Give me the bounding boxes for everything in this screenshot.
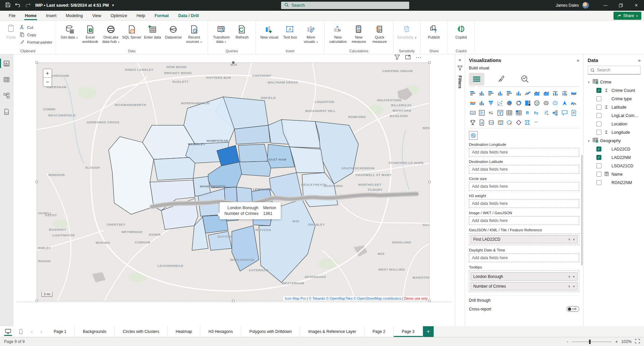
page-tab-heatmap[interactable]: Heatmap	[168, 326, 201, 337]
page-tab-images-reference-layer[interactable]: Images & Reference Layer	[300, 326, 365, 337]
visual-icon-new-card[interactable]: 123	[487, 119, 495, 126]
zoom-slider[interactable]	[572, 342, 612, 342]
document-title[interactable]: IMP • Last saved: 5/8/2024 at 4:51 PM▼	[35, 3, 114, 8]
model-view-button[interactable]	[0, 90, 13, 101]
pill-remove-icon[interactable]: ×	[573, 284, 575, 288]
visual-icon-key-influencers[interactable]	[542, 109, 550, 116]
zoom-in-button[interactable]: +	[615, 339, 618, 344]
visual-icon-multi-row-card[interactable]	[478, 109, 485, 116]
field-pill[interactable]: Number of Crimes∨×	[471, 282, 578, 290]
data-search-input[interactable]: Search	[588, 66, 641, 74]
pill-dropdown-icon[interactable]: ∨	[568, 275, 571, 278]
field-well-dropzone[interactable]: Add data fields here	[469, 216, 579, 225]
zoom-out-button[interactable]: −	[43, 78, 52, 86]
field-well-dropzone[interactable]: Add data fields here	[469, 148, 579, 157]
visual-icon-clustered-column-chart[interactable]	[496, 90, 504, 97]
visual-icon-stacked-bar-chart[interactable]	[469, 90, 476, 97]
visual-icon-ribbon-chart[interactable]	[570, 90, 578, 97]
visual-icon-100-stacked-bar-chart[interactable]	[506, 90, 513, 97]
data-field-location[interactable]: Location	[588, 120, 641, 128]
fit-to-page-icon[interactable]	[635, 339, 640, 344]
data-field-crime-type[interactable]: Crime type	[588, 95, 641, 103]
visual-icon-r-script-visual[interactable]: R	[524, 109, 531, 116]
page-tab-backgrounds[interactable]: Backgrounds	[75, 326, 115, 337]
attribution-segment[interactable]: © OpenMapTiles	[326, 296, 353, 300]
scrollbar[interactable]	[581, 155, 583, 266]
field-well-dropzone[interactable]: London Borough∨×Number of Crimes∨×	[469, 271, 579, 292]
focus-mode-icon[interactable]	[405, 55, 411, 61]
attribution-segment[interactable]: © Tekantis	[309, 296, 326, 300]
expand-filters-icon[interactable]: «	[459, 57, 461, 62]
onelake-data-hub-button[interactable]: OneLake data hub ∨	[101, 23, 121, 44]
close-button[interactable]: ✕	[629, 0, 644, 11]
menu-tab-insert[interactable]: Insert	[41, 11, 61, 21]
cross-report-toggle[interactable]: Off	[567, 306, 579, 312]
pill-remove-icon[interactable]: ×	[573, 275, 575, 279]
visual-icon-scatter-chart[interactable]	[496, 99, 504, 107]
visual-icon-waterfall-chart[interactable]	[469, 99, 476, 107]
cut-button[interactable]: Cut	[19, 24, 52, 31]
text-box-button[interactable]: AText box	[280, 23, 300, 40]
page-tab-circles-with-clusters[interactable]: Circles with Clusters	[115, 326, 168, 337]
filter-icon[interactable]	[394, 55, 400, 61]
visual-icon-decomposition-tree[interactable]	[552, 109, 559, 116]
menu-tab-data-drill[interactable]: Data / Drill	[173, 11, 204, 21]
field-checkbox[interactable]	[596, 96, 601, 101]
menu-tab-optimize[interactable]: Optimize	[106, 11, 132, 21]
data-field-lad22nm[interactable]: ✓LAD22NM	[588, 153, 641, 162]
menu-tab-help[interactable]: Help	[132, 11, 150, 21]
menu-tab-modeling[interactable]: Modeling	[61, 11, 88, 21]
data-field-lsoa21cd[interactable]: LSOA21CD	[588, 162, 641, 170]
publish-button[interactable]: Publish	[424, 23, 444, 40]
visual-icon-filled-map[interactable]	[542, 99, 550, 107]
field-checkbox[interactable]	[596, 130, 601, 135]
table-view-button[interactable]	[0, 74, 13, 85]
new-calculation-button[interactable]: fxNew calculation	[328, 23, 348, 44]
field-checkbox[interactable]	[596, 105, 601, 110]
menu-tab-view[interactable]: View	[88, 11, 106, 21]
visual-icon-treemap[interactable]	[524, 99, 531, 107]
avatar[interactable]	[582, 2, 589, 9]
map-visual[interactable]: HOW WOODKINGS LANGLEYBRICKET WOODCHESHAM…	[37, 62, 430, 301]
visual-icon-arcgis-map[interactable]	[506, 119, 513, 126]
field-well-dropzone[interactable]: First LAD22CD∨×	[469, 233, 579, 245]
restore-button[interactable]	[613, 0, 629, 11]
report-canvas[interactable]: ···	[13, 54, 455, 326]
visual-icon-map[interactable]	[533, 99, 541, 107]
field-checkbox[interactable]: ✓	[596, 88, 601, 93]
user-name[interactable]: James Dales	[556, 3, 579, 8]
data-field-latitude[interactable]: ΣLatitude	[588, 103, 641, 111]
visual-icon-line-clustered-column-chart[interactable]	[561, 90, 568, 97]
collapse-data-icon[interactable]: »	[638, 58, 641, 63]
copilot-button[interactable]: Copilot	[451, 23, 471, 40]
page-tab-h3-hexagons[interactable]: H3 Hexagons	[200, 326, 241, 337]
redo-icon[interactable]	[25, 3, 31, 8]
visual-icon-table[interactable]	[506, 109, 513, 116]
data-field-longitude[interactable]: ΣLongitude	[588, 128, 641, 136]
collapse-visualizations-icon[interactable]: »	[577, 58, 579, 63]
visual-icon-area-chart[interactable]	[533, 90, 541, 97]
resize-handle[interactable]	[36, 61, 38, 64]
share-button[interactable]: Share∨	[613, 12, 641, 20]
visual-icon-power-apps[interactable]	[515, 119, 522, 126]
visual-icon-slicer[interactable]	[496, 109, 504, 116]
format-painter-button[interactable]: Format painter	[19, 39, 52, 45]
visual-icon-shape-map[interactable]	[552, 99, 559, 107]
new-measure-button[interactable]: New measure	[349, 23, 369, 44]
visual-icon-icon-map-pro[interactable]	[469, 131, 478, 140]
menu-tab-file[interactable]: File	[4, 11, 20, 21]
new-page-button[interactable]: +	[423, 326, 434, 337]
visual-icon-clustered-bar-chart[interactable]	[487, 90, 495, 97]
pill-dropdown-icon[interactable]: ∨	[568, 238, 571, 241]
resize-handle[interactable]	[232, 61, 234, 64]
field-well-dropzone[interactable]: Add data fields here	[469, 253, 579, 262]
visual-icon-donut-chart[interactable]	[515, 99, 522, 107]
enter-data-button[interactable]: Enter data	[143, 23, 163, 40]
minimize-button[interactable]: —	[598, 0, 613, 11]
mobile-view-button[interactable]	[17, 326, 25, 337]
field-checkbox[interactable]: ✓	[596, 147, 601, 152]
filters-pane-label[interactable]: Filters	[458, 75, 463, 89]
data-field-rgn22nm[interactable]: RGN22NM	[588, 178, 641, 187]
field-checkbox[interactable]	[596, 163, 601, 168]
field-pill[interactable]: First LAD22CD∨×	[471, 235, 578, 243]
